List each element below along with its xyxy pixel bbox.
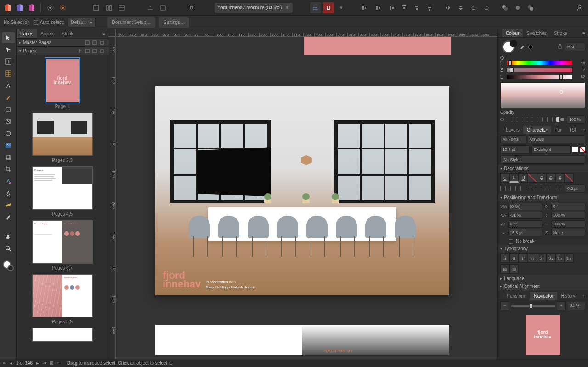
view-mode-3-icon[interactable] <box>116 2 127 13</box>
positioning-header[interactable]: Positioning and Transform <box>498 194 588 201</box>
ellipse-tool[interactable] <box>2 128 15 139</box>
arrange-back-icon[interactable] <box>499 2 510 13</box>
picker-icon[interactable] <box>520 45 527 49</box>
lock-icon[interactable] <box>558 44 562 49</box>
sat-slider[interactable] <box>507 68 572 72</box>
align-right-icon[interactable] <box>385 2 396 13</box>
frame-text-tool[interactable]: T <box>2 56 15 67</box>
persona-designer-icon[interactable] <box>15 3 25 13</box>
font-size-field[interactable]: 15.4 pt <box>500 145 530 154</box>
rotate-field[interactable]: 0 ° <box>551 203 585 210</box>
measure-tool[interactable] <box>2 200 15 211</box>
nav-menu-icon[interactable]: ≡ <box>580 293 588 298</box>
sub-btn[interactable]: S₁ <box>546 253 555 263</box>
shear-field[interactable]: None <box>551 229 585 236</box>
nav-last-icon[interactable]: ⇥ <box>42 361 46 366</box>
strike-btn[interactable]: S <box>537 173 546 183</box>
arrange-forward-icon[interactable] <box>525 2 536 13</box>
status-icon-1[interactable]: ⊞ <box>50 361 53 366</box>
pages-header[interactable]: ▸Pages <box>17 47 108 55</box>
stock-tool[interactable] <box>2 152 15 163</box>
nav-first-icon[interactable]: ⇤ <box>3 361 6 366</box>
zoom-out-button[interactable]: − <box>500 301 509 310</box>
tab-stock[interactable]: Stock <box>58 29 77 38</box>
baseline-field[interactable]: 0 pt <box>508 220 542 228</box>
place-image-tool[interactable] <box>2 140 15 151</box>
add-page2-icon[interactable] <box>91 48 98 54</box>
preflight-icon[interactable] <box>158 2 169 13</box>
color-well[interactable] <box>502 40 515 53</box>
dec-value[interactable]: 0.2 pt <box>565 184 585 193</box>
page-thumb-1[interactable]: fjordinnehav Page 1 <box>46 59 79 109</box>
fraction-btn[interactable]: ½ <box>528 253 537 263</box>
fill-tool[interactable] <box>2 176 15 187</box>
align-left-icon[interactable] <box>360 2 371 13</box>
master-pages-header[interactable]: ▸Master Pages <box>17 39 108 47</box>
tab-pin-icon[interactable]: ✱ <box>285 5 289 10</box>
nav-next-icon[interactable]: ▸ <box>36 361 39 366</box>
italic-alt-btn[interactable]: a <box>509 253 519 263</box>
pen-tool[interactable] <box>2 92 15 103</box>
move-tool[interactable] <box>2 32 15 43</box>
color-picker-area[interactable] <box>500 82 585 108</box>
tab-transform[interactable]: Transform <box>502 292 530 300</box>
kerning-field[interactable]: (0 ‰) <box>508 203 542 210</box>
crop-tool[interactable] <box>2 164 15 175</box>
opacity-slider[interactable] <box>507 117 558 122</box>
canvas[interactable]: -260-220-180-140-100-60-2020601001401802… <box>108 29 497 359</box>
spread-2-3[interactable]: fjordinnehav in association withRiver Ho… <box>155 86 449 295</box>
zoom-tool[interactable] <box>2 243 15 254</box>
link-icon[interactable] <box>186 2 197 13</box>
zoom-in-button[interactable]: + <box>557 301 566 310</box>
page-thumb-67[interactable]: Thematic Equity Growth Patterns Pages 6,… <box>32 220 93 270</box>
smallcaps-btn[interactable]: Tᴛ <box>555 253 565 263</box>
delete-master-icon[interactable] <box>99 40 105 46</box>
tab-colour[interactable]: Colour <box>502 29 523 37</box>
strike2-btn[interactable]: S <box>546 173 555 183</box>
ordinal-btn[interactable]: 1ˢ <box>519 253 528 263</box>
font-weight-dropdown[interactable]: Extralight <box>531 145 571 154</box>
add-master2-icon[interactable] <box>91 40 98 46</box>
settings-button[interactable]: Settings… <box>159 17 189 28</box>
hand-tool[interactable] <box>2 231 15 242</box>
page-thumb-next[interactable] <box>32 328 93 342</box>
align-panel-icon[interactable] <box>310 2 321 13</box>
optical-header[interactable]: Optical Alignment <box>498 282 588 290</box>
table-tool[interactable] <box>2 68 15 79</box>
navigator-preview[interactable]: fjordinnehav <box>526 315 560 355</box>
pages-opt1-icon[interactable] <box>77 48 83 54</box>
preferences-icon[interactable] <box>45 2 56 13</box>
node-tool[interactable] <box>2 44 15 55</box>
font-family-dropdown[interactable]: Oswald <box>528 135 585 143</box>
persona-publisher-icon[interactable] <box>3 3 13 13</box>
transparency-tool[interactable] <box>2 188 15 199</box>
view-mode-2-icon[interactable] <box>103 2 114 13</box>
hue-slider[interactable] <box>507 61 572 65</box>
light-slider[interactable] <box>507 75 572 79</box>
page-thumb-89[interactable]: Growth Patterns Pages 8,9 <box>32 274 93 324</box>
none-color-icon[interactable] <box>500 56 504 60</box>
colour-menu-icon[interactable]: ≡ <box>580 31 588 36</box>
leading-field[interactable]: 15.8 pt <box>508 229 542 236</box>
flip-h-icon[interactable] <box>442 2 453 13</box>
document-tab[interactable]: fjord-innehav-brochure (83.6%) ✱ <box>215 3 293 13</box>
view-mode-1-icon[interactable] <box>90 2 102 13</box>
tab-history[interactable]: History <box>557 292 579 300</box>
panel-menu-icon[interactable]: ≡ <box>100 31 108 36</box>
color-swatch-tool[interactable] <box>3 260 14 271</box>
arrange-backward-icon[interactable] <box>512 2 523 13</box>
rotate-cw-icon[interactable] <box>481 2 492 13</box>
font-color-none[interactable] <box>580 147 585 152</box>
typography-header[interactable]: Typography <box>498 245 588 252</box>
tab-swatches[interactable]: Swatches <box>523 29 550 37</box>
vscale-field[interactable]: 100 % <box>551 220 585 228</box>
tab-paragraph[interactable]: Par <box>551 126 565 134</box>
baseline-icon[interactable] <box>145 2 156 13</box>
picture-frame-tool[interactable] <box>2 116 15 127</box>
language-header[interactable]: Language <box>498 275 588 282</box>
underline-color-btn[interactable]: U <box>519 173 528 183</box>
vector-brush-tool[interactable] <box>2 212 15 223</box>
settings-icon[interactable] <box>57 2 68 13</box>
tab-stroke[interactable]: Stroke <box>550 29 571 37</box>
flip-v-icon[interactable] <box>455 2 466 13</box>
